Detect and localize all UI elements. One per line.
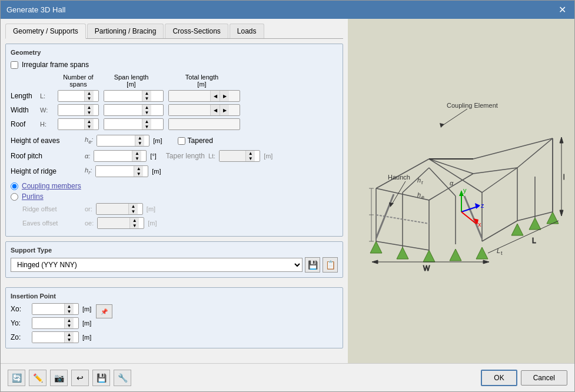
taper-length-up[interactable]: ▲ [246,151,255,156]
bottom-bar: 🔄 ✏️ 📷 ↩ 💾 🔧 OK Cancel [1,363,574,391]
tool-btn-2[interactable]: ✏️ [29,370,46,386]
insertion-x-input[interactable]: 0.000 ▲ ▼ [32,303,79,315]
tool-btn-5[interactable]: 💾 [92,370,110,386]
width-spans-input[interactable]: 4 ▲ ▼ [58,104,99,116]
ridge-value[interactable]: 11.774 [96,166,134,177]
insertion-x-value[interactable]: 0.000 [32,304,64,314]
length-total-value[interactable]: 24.000 [169,91,210,101]
width-total-value[interactable]: 20.000 [169,105,210,115]
width-total-btn2[interactable]: ▶ [220,105,229,115]
length-span-length-value[interactable]: 6.000 [104,91,142,101]
purlins-radio[interactable] [11,193,18,201]
insertion-x-down[interactable]: ▼ [65,309,74,314]
length-spans-down[interactable]: ▼ [85,96,94,101]
roof-span-length-down[interactable]: ▼ [142,124,151,129]
tab-loads[interactable]: Loads [230,24,264,38]
pick-point-button[interactable]: 📌 [96,304,112,318]
ridge-offset-up[interactable]: ▲ [129,204,138,209]
insertion-z-value[interactable]: 0.000 [32,332,64,343]
eaves-offset-input[interactable]: ▲ ▼ [97,217,144,229]
tool-btn-1[interactable]: 🔄 [8,370,25,386]
support-save-btn[interactable]: 💾 [305,257,320,273]
length-spans-input[interactable]: 4 ▲ ▼ [58,90,99,102]
insertion-z-input[interactable]: 0.000 ▲ ▼ [32,331,79,343]
length-span-length-up[interactable]: ▲ [142,91,151,96]
width-span-length-input[interactable]: 5.000 ▲ ▼ [104,104,164,116]
taper-length-input[interactable]: ▲ ▼ [219,150,260,162]
eaves-down[interactable]: ▼ [135,141,144,146]
close-button[interactable]: ✕ [556,4,569,15]
ridge-down[interactable]: ▼ [134,171,143,177]
ok-button[interactable]: OK [481,370,517,386]
eaves-input[interactable]: 6.000 ▲ ▼ [97,135,149,147]
roof-spans-down[interactable]: ▼ [85,124,94,129]
roof-spans-value[interactable]: 4 [58,119,84,129]
coupling-radio[interactable] [11,182,18,190]
ridge-offset-input[interactable]: ▲ ▼ [96,203,143,215]
roof-span-length-input[interactable]: 5.000 ▲ ▼ [104,118,164,130]
eaves-offset-unit: [m] [148,220,157,227]
roof-pitch-down[interactable]: ▼ [132,156,141,161]
insertion-y-input[interactable]: 0.000 ▲ ▼ [32,317,79,329]
tool-btn-4[interactable]: ↩ [71,370,89,386]
tool-btn-3[interactable]: 📷 [50,370,68,386]
length-span-length-down[interactable]: ▼ [142,96,151,101]
width-spans-up[interactable]: ▲ [85,105,94,110]
insertion-y-value[interactable]: 0.000 [32,318,64,328]
roof-total-value[interactable]: 20.000 [169,119,220,129]
tab-cross-sections[interactable]: Cross-Sections [165,24,228,38]
svg-text:L: L [497,247,500,254]
tab-partioning[interactable]: Partioning / Bracing [87,24,164,38]
insertion-z-down[interactable]: ▼ [65,337,74,343]
length-spans-value[interactable]: 4 [58,91,84,101]
length-spans-up[interactable]: ▲ [85,91,94,96]
roof-span-length-value[interactable]: 5.000 [104,119,142,129]
insertion-rows: Xo: 0.000 ▲ ▼ [m] [11,303,338,343]
insertion-z-up[interactable]: ▲ [65,332,74,337]
ridge-input[interactable]: 11.774 ▲ ▼ [95,165,148,177]
length-total-btn1[interactable]: ◀ [210,91,220,101]
eaves-offset-down[interactable]: ▼ [130,223,139,228]
width-span-length-value[interactable]: 5.000 [104,105,142,115]
tapered-checkbox[interactable] [178,137,185,145]
width-spans-value[interactable]: 4 [58,105,84,115]
irregular-checkbox[interactable] [11,61,18,69]
cancel-button[interactable]: Cancel [521,370,567,386]
roof-pitch-up[interactable]: ▲ [132,151,141,156]
purlins-label[interactable]: Purlins [22,192,44,201]
eaves-offset-up[interactable]: ▲ [130,218,139,223]
width-span-length-up[interactable]: ▲ [142,105,151,110]
insertion-y-up[interactable]: ▲ [65,318,74,323]
insertion-col: Xo: 0.000 ▲ ▼ [m] [11,303,91,343]
roof-pitch-input[interactable]: 30.00 ▲ ▼ [94,150,147,162]
eaves-value[interactable]: 6.000 [97,135,135,146]
eaves-offset-value[interactable] [98,218,129,228]
roof-spans-up[interactable]: ▲ [85,119,94,124]
ridge-up[interactable]: ▲ [134,166,143,171]
support-edit-btn[interactable]: 📋 [323,257,338,273]
ridge-offset-down[interactable]: ▼ [129,209,138,214]
length-span-length-input[interactable]: 6.000 ▲ ▼ [104,90,164,102]
roof-total-input: 20.000 [168,118,240,130]
ridge-offset-value[interactable] [97,204,128,214]
panel-content: Geometry Irregular frame spans Number of… [5,44,343,358]
taper-length-value[interactable] [220,151,245,161]
roof-span-length-btns: ▲ ▼ [142,119,151,129]
tool-btn-6[interactable]: 🔧 [114,370,131,386]
roof-pitch-value[interactable]: 30.00 [94,151,132,161]
eaves-up[interactable]: ▲ [135,135,144,141]
width-total-btn1[interactable]: ◀ [210,105,220,115]
width-spans-down[interactable]: ▼ [85,110,94,115]
support-select[interactable]: Hinged (YYY NNY) Fixed (YYY YYY) Free (N… [11,258,303,272]
roof-span-length-up[interactable]: ▲ [142,119,151,124]
ridge-unit: [m] [152,168,161,175]
insertion-x-up[interactable]: ▲ [65,304,74,309]
insertion-y-down[interactable]: ▼ [65,323,74,328]
tab-geometry[interactable]: Geometry / Supports [5,24,86,39]
length-sub: L: [40,92,58,99]
roof-spans-input[interactable]: 4 ▲ ▼ [58,118,99,130]
width-span-length-down[interactable]: ▼ [142,110,151,115]
length-total-btn2[interactable]: ▶ [220,91,229,101]
coupling-label[interactable]: Coupling members [22,182,81,190]
taper-length-down[interactable]: ▼ [246,156,255,161]
